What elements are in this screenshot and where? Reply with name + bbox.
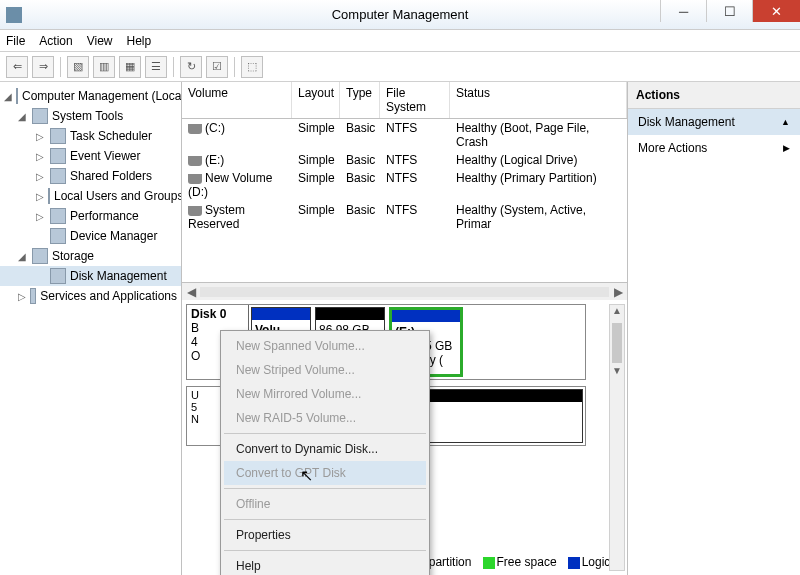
- tree-label: Computer Management (Local: [22, 89, 182, 103]
- app-icon: [6, 7, 22, 23]
- tree-label: Event Viewer: [70, 149, 140, 163]
- separator: [224, 488, 426, 489]
- tree-event-viewer[interactable]: ▷Event Viewer: [0, 146, 181, 166]
- tree-device-manager[interactable]: Device Manager: [0, 226, 181, 246]
- tree-root[interactable]: ◢Computer Management (Local: [0, 86, 181, 106]
- context-menu: New Spanned Volume... New Striped Volume…: [220, 330, 430, 575]
- tree-services-apps[interactable]: ▷Services and Applications: [0, 286, 181, 306]
- maximize-button[interactable]: [706, 0, 752, 22]
- menu-view[interactable]: View: [87, 34, 113, 48]
- actions-disk-management[interactable]: Disk Management▲: [628, 109, 800, 135]
- tree-label: Shared Folders: [70, 169, 152, 183]
- tree-disk-management[interactable]: Disk Management: [0, 266, 181, 286]
- tree-label: Device Manager: [70, 229, 157, 243]
- expand-icon: ▶: [783, 143, 790, 153]
- title-bar: Computer Management: [0, 0, 800, 30]
- disk-size: 4: [191, 335, 198, 349]
- nav-tree[interactable]: ◢Computer Management (Local ◢System Tool…: [0, 82, 182, 575]
- ctx-new-mirrored[interactable]: New Mirrored Volume...: [224, 382, 426, 406]
- separator: [224, 550, 426, 551]
- column-headers[interactable]: Volume Layout Type File System Status: [182, 82, 627, 119]
- col-filesystem[interactable]: File System: [380, 82, 450, 118]
- separator: [173, 57, 174, 77]
- legend-swatch-logical: [568, 557, 580, 569]
- refresh-icon[interactable]: ↻: [180, 56, 202, 78]
- menu-action[interactable]: Action: [39, 34, 72, 48]
- tool-icon[interactable]: ☑: [206, 56, 228, 78]
- volume-row[interactable]: System ReservedSimpleBasicNTFSHealthy (S…: [182, 201, 627, 233]
- tree-task-scheduler[interactable]: ▷Task Scheduler: [0, 126, 181, 146]
- services-icon: [30, 288, 36, 304]
- minimize-button[interactable]: [660, 0, 706, 22]
- ctx-convert-gpt[interactable]: Convert to GPT Disk: [224, 461, 426, 485]
- ctx-new-raid5[interactable]: New RAID-5 Volume...: [224, 406, 426, 430]
- horizontal-scrollbar[interactable]: ◀▶: [182, 282, 627, 300]
- tree-local-users[interactable]: ▷Local Users and Groups: [0, 186, 181, 206]
- menu-bar: File Action View Help: [0, 30, 800, 52]
- ctx-new-spanned[interactable]: New Spanned Volume...: [224, 334, 426, 358]
- tree-shared-folders[interactable]: ▷Shared Folders: [0, 166, 181, 186]
- tool-icon[interactable]: ⬚: [241, 56, 263, 78]
- tree-label: System Tools: [52, 109, 123, 123]
- device-icon: [50, 228, 66, 244]
- forward-icon[interactable]: ⇒: [32, 56, 54, 78]
- tools-icon: [32, 108, 48, 124]
- clock-icon: [50, 128, 66, 144]
- col-volume[interactable]: Volume: [182, 82, 292, 118]
- tree-label: Services and Applications: [40, 289, 177, 303]
- tree-label: Performance: [70, 209, 139, 223]
- col-status[interactable]: Status: [450, 82, 627, 118]
- disk-name: Disk 0: [191, 307, 226, 321]
- disk-status: O: [191, 349, 200, 363]
- ctx-new-striped[interactable]: New Striped Volume...: [224, 358, 426, 382]
- tool-icon[interactable]: ▦: [119, 56, 141, 78]
- tool-icon[interactable]: ▥: [93, 56, 115, 78]
- window-title: Computer Management: [332, 7, 469, 22]
- disk-icon: [50, 268, 66, 284]
- ctx-convert-dynamic[interactable]: Convert to Dynamic Disk...: [224, 437, 426, 461]
- tree-label: Local Users and Groups: [54, 189, 182, 203]
- users-icon: [48, 188, 50, 204]
- tree-label: Task Scheduler: [70, 129, 152, 143]
- tree-label: Storage: [52, 249, 94, 263]
- ctx-offline[interactable]: Offline: [224, 492, 426, 516]
- disk-type: B: [191, 321, 199, 335]
- menu-help[interactable]: Help: [127, 34, 152, 48]
- computer-icon: [16, 88, 18, 104]
- legend-swatch-free: [483, 557, 495, 569]
- close-button[interactable]: [752, 0, 800, 22]
- back-icon[interactable]: ⇐: [6, 56, 28, 78]
- separator: [224, 519, 426, 520]
- separator: [60, 57, 61, 77]
- tree-performance[interactable]: ▷Performance: [0, 206, 181, 226]
- col-layout[interactable]: Layout: [292, 82, 340, 118]
- storage-icon: [32, 248, 48, 264]
- tool-icon[interactable]: ☰: [145, 56, 167, 78]
- actions-header: Actions: [628, 82, 800, 109]
- perf-icon: [50, 208, 66, 224]
- volume-list[interactable]: Volume Layout Type File System Status (C…: [182, 82, 627, 282]
- separator: [224, 433, 426, 434]
- folder-icon: [50, 168, 66, 184]
- toolbar: ⇐ ⇒ ▧ ▥ ▦ ☰ ↻ ☑ ⬚: [0, 52, 800, 82]
- event-icon: [50, 148, 66, 164]
- tool-icon[interactable]: ▧: [67, 56, 89, 78]
- menu-file[interactable]: File: [6, 34, 25, 48]
- actions-more[interactable]: More Actions▶: [628, 135, 800, 161]
- tree-storage[interactable]: ◢Storage: [0, 246, 181, 266]
- ctx-help[interactable]: Help: [224, 554, 426, 575]
- volume-row[interactable]: (C:)SimpleBasicNTFSHealthy (Boot, Page F…: [182, 119, 627, 151]
- ctx-properties[interactable]: Properties: [224, 523, 426, 547]
- col-type[interactable]: Type: [340, 82, 380, 118]
- tree-label: Disk Management: [70, 269, 167, 283]
- actions-pane: Actions Disk Management▲ More Actions▶: [628, 82, 800, 575]
- vertical-scrollbar[interactable]: ▲▼: [609, 304, 625, 571]
- collapse-icon: ▲: [781, 117, 790, 127]
- volume-row[interactable]: New Volume (D:)SimpleBasicNTFSHealthy (P…: [182, 169, 627, 201]
- volume-row[interactable]: (E:)SimpleBasicNTFSHealthy (Logical Driv…: [182, 151, 627, 169]
- tree-system-tools[interactable]: ◢System Tools: [0, 106, 181, 126]
- separator: [234, 57, 235, 77]
